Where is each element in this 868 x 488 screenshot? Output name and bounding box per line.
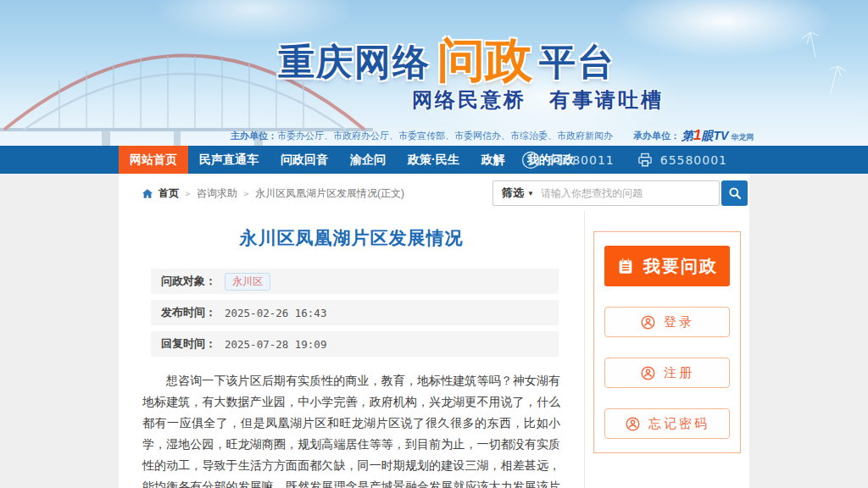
search-icon [728, 186, 742, 200]
search-input[interactable] [541, 182, 719, 204]
nav-item-huiyin[interactable]: 问政回音 [270, 146, 339, 174]
chevron-down-icon: ▼ [527, 190, 534, 197]
sidebar: 我要问政 登录 注册 [585, 211, 749, 488]
fax-number: 65580001 [660, 153, 727, 167]
meta-label: 发布时间： [161, 305, 216, 320]
search-group: 筛选 ▼ [492, 180, 748, 206]
register-button[interactable]: 注册 [604, 358, 730, 388]
fax-icon [637, 152, 654, 169]
district-tag[interactable]: 永川区 [225, 273, 270, 291]
main-navbar: 网站首页 民声直通车 问政回音 渝企问 政策·民生 政解 我的问政 630800… [0, 146, 868, 174]
site-title-highlight: 问政 [437, 29, 532, 93]
nav-item-minsheng[interactable]: 民声直通车 [188, 146, 270, 174]
meta-row-target: 问政对象： 永川区 [151, 269, 559, 294]
publish-time: 2025-02-26 16:43 [225, 307, 326, 319]
hotline-number: 63080011 [547, 153, 614, 167]
article-title: 永川区凤凰湖片区发展情况 [142, 226, 560, 250]
sponsor-text: 市委办公厅、市政府办公厅、市委宣传部、市委网信办、市综治委、市政府新闻办 [277, 130, 613, 142]
meta-row-publish-time: 发布时间： 2025-02-26 16:43 [151, 300, 559, 325]
memo-icon [616, 257, 635, 275]
search-box: 筛选 ▼ [492, 180, 720, 206]
breadcrumb-category[interactable]: 咨询求助 [197, 186, 237, 201]
filter-label: 筛选 [502, 186, 524, 201]
nav-contact: 63080011 65580001 [521, 146, 727, 174]
site-slogan: 网络民意桥 有事请吐槽 [412, 86, 664, 114]
meta-row-reply-time: 回复时间： 2025-07-28 19:09 [151, 331, 559, 357]
register-label: 注册 [664, 365, 694, 381]
breadcrumb-current: 永川区凤凰湖片区发展情况(正文) [255, 186, 404, 201]
nav-items: 网站首页 民声直通车 问政回音 渝企问 政策·民生 政解 我的问政 [119, 146, 586, 174]
organizer-label: 承办单位： [633, 130, 680, 142]
content-background: 首页 ＞ 咨询求助 ＞ 永川区凤凰湖片区发展情况(正文) 筛选 ▼ [0, 174, 868, 488]
site-title-part1: 重庆网络 [278, 38, 431, 87]
filter-dropdown[interactable]: 筛选 ▼ [493, 186, 541, 201]
ask-politics-label: 我要问政 [643, 255, 718, 278]
user-icon [640, 365, 656, 381]
user-icon [625, 416, 641, 432]
site-title-part2: 平台 [539, 38, 615, 87]
login-button[interactable]: 登录 [604, 307, 730, 337]
nav-item-zhengjie[interactable]: 政解 [470, 146, 516, 174]
user-icon [640, 314, 656, 330]
search-button[interactable] [721, 180, 748, 206]
breadcrumb: 首页 ＞ 咨询求助 ＞ 永川区凤凰湖片区发展情况(正文) [141, 186, 404, 201]
site-title: 重庆网络 问政 平台 [278, 30, 615, 95]
reply-time: 2025-07-28 19:09 [225, 338, 326, 351]
diyiyan-tv-logo: 第1眼TV华龙网 [682, 127, 754, 144]
article-row: 永川区凤凰湖片区发展情况 问政对象： 永川区 发布时间： 2025-02-26 … [119, 211, 749, 488]
forgot-password-label: 忘记密码 [648, 416, 709, 432]
ask-politics-button[interactable]: 我要问政 [604, 246, 730, 286]
forgot-password-button[interactable]: 忘记密码 [604, 408, 730, 439]
sidebar-card: 我要问政 登录 注册 [593, 231, 741, 453]
dandelion-decoration [793, 24, 853, 100]
sponsor-label: 主办单位： [231, 130, 277, 142]
nav-item-zhengce[interactable]: 政策·民生 [397, 146, 470, 174]
header-banner: 重庆网络 问政 平台 网络民意桥 有事请吐槽 主办单位： 市委办公厅、市政府办公… [0, 0, 868, 146]
phone-icon [521, 151, 540, 169]
breadcrumb-row: 首页 ＞ 咨询求助 ＞ 永川区凤凰湖片区发展情况(正文) 筛选 ▼ [119, 174, 749, 211]
home-icon [141, 187, 154, 200]
sponsor-line: 主办单位： 市委办公厅、市政府办公厅、市委宣传部、市委网信办、市综治委、市政府新… [231, 127, 754, 144]
nav-item-yuqiwen[interactable]: 渝企问 [339, 146, 397, 174]
meta-label: 问政对象： [161, 274, 216, 289]
organizer: 承办单位： 第1眼TV华龙网 [633, 127, 754, 144]
login-label: 登录 [664, 314, 694, 330]
breadcrumb-home[interactable]: 首页 [159, 186, 179, 201]
content-column: 首页 ＞ 咨询求助 ＞ 永川区凤凰湖片区发展情况(正文) 筛选 ▼ [119, 174, 749, 488]
nav-item-home[interactable]: 网站首页 [119, 146, 188, 174]
article-main: 永川区凤凰湖片区发展情况 问政对象： 永川区 发布时间： 2025-02-26 … [119, 211, 585, 488]
page: 重庆网络 问政 平台 网络民意桥 有事请吐槽 主办单位： 市委办公厅、市政府办公… [0, 0, 868, 488]
meta-label: 回复时间： [161, 336, 216, 352]
article-body: 想咨询一下该片区后期有实质性的商业，教育，地标性建筑等吗？神女湖有地标建筑，有大… [142, 370, 560, 488]
